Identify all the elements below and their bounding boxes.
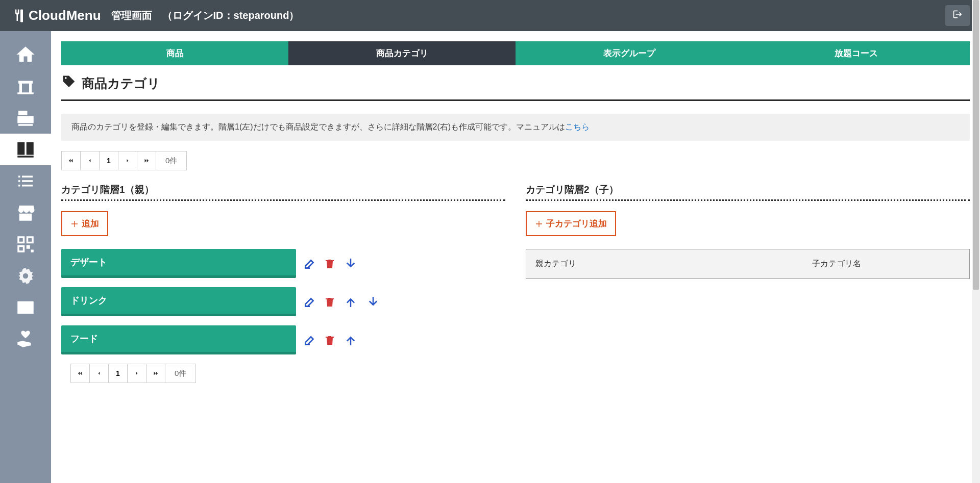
- sidebar: [0, 31, 51, 483]
- right-icon: [125, 158, 131, 164]
- edit-icon: [303, 334, 316, 347]
- page-count: 0件: [156, 151, 187, 170]
- svg-point-1: [23, 273, 29, 279]
- tab-display-group[interactable]: 表示グループ: [516, 41, 743, 65]
- columns: カテゴリ階層1（親） 追加 デザート: [61, 183, 970, 396]
- arrow-down-icon: [365, 294, 381, 310]
- edit-button[interactable]: [303, 295, 316, 309]
- sidebar-item-qr[interactable]: [0, 228, 51, 260]
- right-column-title: カテゴリ階層2（子）: [526, 183, 970, 196]
- book-icon: [15, 139, 36, 160]
- left-column-title: カテゴリ階層1（親）: [61, 183, 505, 196]
- action-icons: [303, 256, 358, 271]
- delete-button[interactable]: [324, 296, 336, 308]
- qr-icon: [15, 234, 36, 255]
- move-down-button[interactable]: [365, 294, 381, 310]
- double-left-icon: [77, 370, 84, 377]
- logo-text: CloudMenu: [29, 8, 101, 23]
- page-first-button[interactable]: [70, 364, 90, 383]
- logout-icon: [952, 9, 963, 19]
- edit-button[interactable]: [303, 334, 316, 347]
- page-container: 商品 商品カテゴリ 表示グループ 放題コース 商品カテゴリ 商品のカテゴリを登録…: [0, 31, 980, 483]
- page-title-row: 商品カテゴリ: [61, 74, 970, 101]
- sidebar-item-settings[interactable]: [0, 260, 51, 292]
- right-column: カテゴリ階層2（子） 子カテゴリ追加 親カテゴリ 子カテゴリ名: [526, 183, 970, 396]
- child-table-header: 親カテゴリ 子カテゴリ名: [526, 249, 970, 279]
- page-last-button[interactable]: [146, 364, 165, 383]
- info-box: 商品のカテゴリを登録・編集できます。階層1(左)だけでも商品設定できますが、さら…: [61, 114, 970, 141]
- page-number[interactable]: 1: [108, 364, 128, 383]
- tag-icon: [61, 74, 77, 92]
- category-row: デザート: [61, 249, 505, 278]
- sidebar-item-home[interactable]: [0, 39, 51, 70]
- table-header-parent: 親カテゴリ: [526, 249, 703, 278]
- delete-button[interactable]: [324, 334, 336, 346]
- right-icon: [134, 370, 140, 376]
- sidebar-item-menu[interactable]: [0, 134, 51, 165]
- double-right-icon: [143, 157, 150, 164]
- delete-button[interactable]: [324, 258, 336, 270]
- action-icons: [303, 333, 358, 348]
- page-first-button[interactable]: [61, 151, 81, 170]
- arrow-down-icon: [343, 256, 358, 271]
- category-row: フード: [61, 325, 505, 354]
- cash-register-icon: [15, 107, 36, 129]
- category-item-drink[interactable]: ドリンク: [61, 287, 296, 316]
- sidebar-item-list[interactable]: [0, 165, 51, 197]
- svg-rect-0: [20, 9, 23, 22]
- category-row: ドリンク: [61, 287, 505, 316]
- action-icons: [303, 294, 381, 310]
- table-header-child: 子カテゴリ名: [703, 249, 969, 278]
- left-column: カテゴリ階層1（親） 追加 デザート: [61, 183, 505, 396]
- arrow-up-icon: [343, 294, 358, 310]
- list-icon: [15, 170, 36, 192]
- page-next-button[interactable]: [127, 364, 146, 383]
- tabs: 商品 商品カテゴリ 表示グループ 放題コース: [61, 41, 970, 65]
- move-up-button[interactable]: [343, 333, 358, 348]
- sidebar-item-register[interactable]: [0, 102, 51, 134]
- manual-link[interactable]: こちら: [565, 122, 590, 131]
- page-prev-button[interactable]: [80, 151, 100, 170]
- tab-product-category[interactable]: 商品カテゴリ: [288, 41, 516, 65]
- header-title: 管理画面 （ログインID：steparound）: [111, 9, 300, 22]
- scrollbar[interactable]: [972, 0, 980, 483]
- sidebar-item-support[interactable]: [0, 323, 51, 355]
- edit-button[interactable]: [303, 257, 316, 270]
- page-last-button[interactable]: [137, 151, 156, 170]
- trash-icon: [324, 334, 336, 346]
- edit-icon: [303, 295, 316, 309]
- main-content: 商品 商品カテゴリ 表示グループ 放題コース 商品カテゴリ 商品のカテゴリを登録…: [51, 31, 980, 483]
- double-right-icon: [152, 370, 159, 377]
- left-icon: [87, 158, 93, 164]
- category-item-dessert[interactable]: デザート: [61, 249, 296, 278]
- plus-icon: [535, 220, 543, 228]
- page-prev-button[interactable]: [89, 364, 109, 383]
- arrow-up-icon: [343, 333, 358, 348]
- trash-icon: [324, 296, 336, 308]
- divider: [61, 199, 505, 201]
- trash-icon: [324, 258, 336, 270]
- pagination-top: 1 0件: [61, 151, 970, 170]
- logo: CloudMenu: [10, 8, 101, 23]
- tab-course[interactable]: 放題コース: [743, 41, 970, 65]
- edit-icon: [303, 257, 316, 270]
- logout-button[interactable]: [945, 5, 970, 26]
- move-up-button[interactable]: [343, 294, 358, 310]
- add-child-category-button[interactable]: 子カテゴリ追加: [526, 211, 616, 236]
- sidebar-item-card[interactable]: [0, 292, 51, 323]
- move-down-button[interactable]: [343, 256, 358, 271]
- scrollbar-thumb[interactable]: [973, 0, 979, 290]
- app-header: CloudMenu 管理画面 （ログインID：steparound）: [0, 0, 980, 31]
- page-number[interactable]: 1: [99, 151, 118, 170]
- plus-icon: [70, 220, 79, 228]
- id-card-icon: [15, 297, 36, 318]
- tab-products[interactable]: 商品: [61, 41, 288, 65]
- add-category-button[interactable]: 追加: [61, 211, 108, 236]
- sidebar-item-table[interactable]: [0, 70, 51, 102]
- page-title: 商品カテゴリ: [82, 75, 160, 92]
- logo-icon: [10, 8, 26, 23]
- pagination-bottom: 1 0件: [70, 364, 505, 383]
- page-next-button[interactable]: [118, 151, 137, 170]
- category-item-food[interactable]: フード: [61, 325, 296, 354]
- sidebar-item-store[interactable]: [0, 197, 51, 228]
